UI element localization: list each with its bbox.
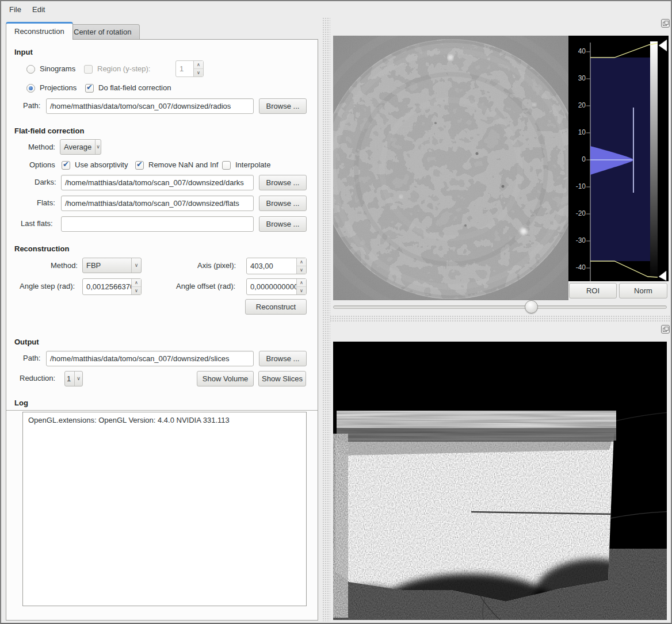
interpolate-label: Interpolate [235,160,270,169]
input-browse-button[interactable]: Browse ... [259,98,307,114]
histogram-tick-label: -10 [566,182,586,191]
darks-label: Darks: [35,178,56,186]
use-absorptivity-checkbox[interactable]: ✔ [62,161,70,170]
show-slices-button[interactable]: Show Slices [258,371,306,386]
tab-center-of-rotation-label: Center of rotation [74,28,131,36]
check-icon: ✔ [86,83,93,91]
ffc-method-label: Method: [28,143,55,151]
angle-step-label: Angle step (rad): [20,282,75,290]
reduction-value: 1 [65,374,74,383]
sinograms-label: Sinograms [40,64,75,73]
spin-down-icon[interactable]: ∨ [297,287,306,294]
histogram-tick-label: 10 [566,128,586,137]
angle-step-value[interactable]: 0,0012566370 [83,279,131,294]
axis-spinner-value[interactable]: 403,00 [247,258,296,274]
darks-entry[interactable]: /home/matthias/data/tomo/scan_007/downsi… [61,175,254,190]
spin-up-icon[interactable]: ∧ [194,61,203,69]
log-separator [6,410,318,411]
darks-browse-button[interactable]: Browse ... [259,175,307,190]
log-section-title: Log [14,399,28,407]
axis-label: Axis (pixel): [197,261,236,270]
projections-label: Projections [40,83,77,92]
recon-method-label: Method: [51,261,78,270]
angle-offset-spinner[interactable]: 0,0000000000 ∧∨ [246,278,307,295]
histogram-tick-label: 30 [566,74,586,83]
region-spinner-value[interactable]: 1 [176,61,193,76]
vertical-splitter[interactable] [322,17,330,621]
horizontal-splitter[interactable] [330,315,672,322]
output-path-entry[interactable]: /home/matthias/data/tomo/scan_007/downsi… [46,351,254,366]
spin-down-icon[interactable]: ∨ [194,69,203,76]
chevron-down-icon: ∨ [95,140,101,154]
spin-up-icon[interactable]: ∧ [297,279,306,287]
angle-offset-arrows: ∧∨ [296,279,306,294]
transfer-handle-bottom[interactable] [659,271,666,281]
transfer-line-bottom [590,261,658,277]
spin-up-icon[interactable]: ∧ [297,258,306,266]
menu-file[interactable]: File [6,4,25,15]
slice-view-canvas[interactable] [333,36,568,300]
slice-slider[interactable] [333,300,667,315]
sinograms-radio[interactable] [26,65,35,74]
remove-nan-checkbox[interactable]: ✔ [135,161,144,170]
interpolate-checkbox[interactable] [222,161,231,170]
angle-offset-value[interactable]: 0,0000000000 [247,279,296,294]
output-path-label: Path: [23,354,40,362]
spin-down-icon[interactable]: ∨ [132,287,141,294]
output-browse-button[interactable]: Browse ... [259,351,307,366]
menu-bar: File Edit [1,1,671,17]
tab-center-of-rotation[interactable]: Center of rotation [65,24,140,40]
input-path-entry[interactable]: /home/matthias/data/tomo/scan_007/downsi… [46,98,254,114]
axis-spinner[interactable]: 403,00 ∧∨ [246,258,307,274]
axis-spinner-arrows: ∧∨ [296,258,306,274]
angle-step-spinner[interactable]: 0,0012566370 ∧∨ [82,278,142,295]
roi-button[interactable]: ROI [569,283,617,298]
do-flat-field-checkbox[interactable]: ✔ [85,84,94,93]
norm-button[interactable]: Norm [619,283,667,298]
transfer-handle-top[interactable] [659,40,667,51]
check-icon: ✔ [63,160,69,169]
slice-slider-track[interactable] [333,305,667,309]
last-flats-browse-button[interactable]: Browse ... [259,216,307,232]
show-volume-button[interactable]: Show Volume [197,371,254,386]
spin-up-icon[interactable]: ∧ [132,279,141,287]
region-spinner[interactable]: 1 ∧∨ [175,60,204,77]
angle-step-arrows: ∧∨ [131,279,141,294]
reduction-label: Reduction: [20,374,55,382]
log-textarea[interactable]: OpenGL.extensions: OpenGL Version: 4.4.0… [22,412,307,606]
histogram-tick-label: 20 [566,101,586,110]
square-icon [665,327,669,331]
options-label: Options [29,160,55,169]
histogram-canvas[interactable]: 403020100-10-20-30-40 [568,36,669,281]
radio-dot-icon [29,86,33,90]
flats-entry[interactable]: /home/matthias/data/tomo/scan_007/downsi… [61,196,254,211]
detach-window-icon[interactable] [661,19,670,28]
check-icon: ✔ [136,160,143,169]
transfer-line-top [590,43,658,58]
region-label: Region (y-step): [97,64,150,73]
histogram-tick-label: 0 [566,155,586,164]
use-absorptivity-label: Use absorptivity [75,160,128,169]
region-checkbox[interactable] [84,65,93,74]
slice-slider-handle[interactable] [525,300,538,313]
log-line: OpenGL.extensions: OpenGL Version: 4.4.0… [23,412,306,424]
flat-field-section-title: Flat-field correction [14,127,84,135]
projections-radio[interactable] [26,84,35,93]
histogram-tick-label: -20 [566,209,586,218]
flats-browse-button[interactable]: Browse ... [259,196,307,211]
menu-edit[interactable]: Edit [29,4,48,15]
ffc-method-value: Average [60,143,95,151]
remove-nan-label: Remove NaN and Inf [148,160,218,169]
histogram-tick-label: 40 [566,47,586,56]
last-flats-entry[interactable] [61,216,254,232]
recon-method-combobox[interactable]: FBP ∨ [82,258,142,273]
input-path-label: Path: [23,101,40,110]
recon-method-value: FBP [83,261,131,270]
detach-window-icon[interactable] [661,325,670,334]
volume-view-canvas[interactable] [333,342,667,620]
reconstruct-button[interactable]: Reconstruct [245,299,307,315]
spin-down-icon[interactable]: ∨ [297,266,306,274]
ffc-method-combobox[interactable]: Average ∨ [60,139,101,155]
tab-reconstruction[interactable]: Reconstruction [6,22,73,40]
reduction-combobox[interactable]: 1 ∨ [64,371,83,386]
